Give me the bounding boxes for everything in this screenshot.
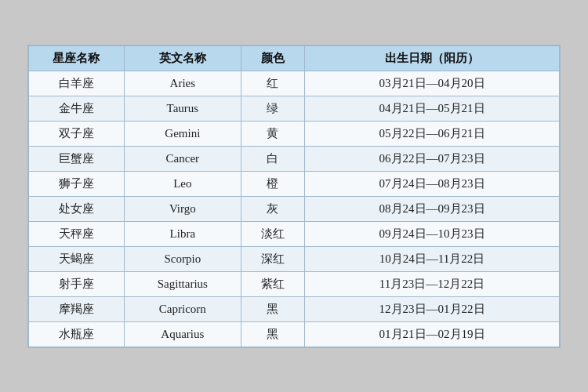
- table-body: 白羊座Aries红03月21日—04月20日金牛座Taurus绿04月21日—0…: [29, 71, 560, 347]
- zodiac-table-container: 星座名称 英文名称 颜色 出生日期（阳历） 白羊座Aries红03月21日—04…: [27, 45, 561, 348]
- table-row: 双子座Gemini黄05月22日—06月21日: [29, 121, 560, 146]
- cell-english: Gemini: [124, 121, 241, 146]
- header-english: 英文名称: [124, 45, 241, 71]
- header-color: 颜色: [241, 45, 304, 71]
- cell-date: 03月21日—04月20日: [305, 71, 560, 96]
- cell-date: 01月21日—02月19日: [305, 321, 560, 347]
- cell-english: Scorpio: [124, 246, 241, 271]
- cell-color: 绿: [241, 96, 304, 121]
- cell-date: 08月24日—09月23日: [305, 196, 560, 221]
- cell-color: 紫红: [241, 271, 304, 296]
- cell-color: 淡红: [241, 221, 304, 246]
- cell-chinese: 天蝎座: [29, 246, 125, 271]
- cell-color: 黑: [241, 296, 304, 321]
- cell-date: 04月21日—05月21日: [305, 96, 560, 121]
- table-row: 摩羯座Capricorn黑12月23日—01月22日: [29, 296, 560, 321]
- cell-chinese: 巨蟹座: [29, 146, 125, 171]
- cell-english: Cancer: [124, 146, 241, 171]
- cell-english: Capricorn: [124, 296, 241, 321]
- table-row: 处女座Virgo灰08月24日—09月23日: [29, 196, 560, 221]
- cell-date: 05月22日—06月21日: [305, 121, 560, 146]
- cell-english: Virgo: [124, 196, 241, 221]
- cell-english: Taurus: [124, 96, 241, 121]
- cell-chinese: 狮子座: [29, 171, 125, 196]
- cell-date: 12月23日—01月22日: [305, 296, 560, 321]
- cell-date: 11月23日—12月22日: [305, 271, 560, 296]
- cell-color: 橙: [241, 171, 304, 196]
- cell-chinese: 双子座: [29, 121, 125, 146]
- cell-color: 黄: [241, 121, 304, 146]
- cell-english: Leo: [124, 171, 241, 196]
- table-row: 天秤座Libra淡红09月24日—10月23日: [29, 221, 560, 246]
- cell-color: 白: [241, 146, 304, 171]
- cell-english: Libra: [124, 221, 241, 246]
- cell-chinese: 水瓶座: [29, 321, 125, 347]
- cell-date: 06月22日—07月23日: [305, 146, 560, 171]
- cell-chinese: 射手座: [29, 271, 125, 296]
- cell-color: 灰: [241, 196, 304, 221]
- cell-english: Aries: [124, 71, 241, 96]
- cell-chinese: 金牛座: [29, 96, 125, 121]
- cell-date: 10月24日—11月22日: [305, 246, 560, 271]
- cell-color: 黑: [241, 321, 304, 347]
- header-date: 出生日期（阳历）: [305, 45, 560, 71]
- cell-color: 红: [241, 71, 304, 96]
- cell-date: 09月24日—10月23日: [305, 221, 560, 246]
- zodiac-table: 星座名称 英文名称 颜色 出生日期（阳历） 白羊座Aries红03月21日—04…: [28, 45, 560, 347]
- table-row: 巨蟹座Cancer白06月22日—07月23日: [29, 146, 560, 171]
- table-row: 白羊座Aries红03月21日—04月20日: [29, 71, 560, 96]
- cell-english: Sagittarius: [124, 271, 241, 296]
- cell-date: 07月24日—08月23日: [305, 171, 560, 196]
- cell-chinese: 处女座: [29, 196, 125, 221]
- cell-chinese: 摩羯座: [29, 296, 125, 321]
- cell-color: 深红: [241, 246, 304, 271]
- table-row: 射手座Sagittarius紫红11月23日—12月22日: [29, 271, 560, 296]
- cell-english: Aquarius: [124, 321, 241, 347]
- table-header-row: 星座名称 英文名称 颜色 出生日期（阳历）: [29, 45, 560, 71]
- table-row: 水瓶座Aquarius黑01月21日—02月19日: [29, 321, 560, 347]
- cell-chinese: 天秤座: [29, 221, 125, 246]
- table-row: 天蝎座Scorpio深红10月24日—11月22日: [29, 246, 560, 271]
- header-chinese: 星座名称: [29, 45, 125, 71]
- table-row: 狮子座Leo橙07月24日—08月23日: [29, 171, 560, 196]
- table-row: 金牛座Taurus绿04月21日—05月21日: [29, 96, 560, 121]
- cell-chinese: 白羊座: [29, 71, 125, 96]
